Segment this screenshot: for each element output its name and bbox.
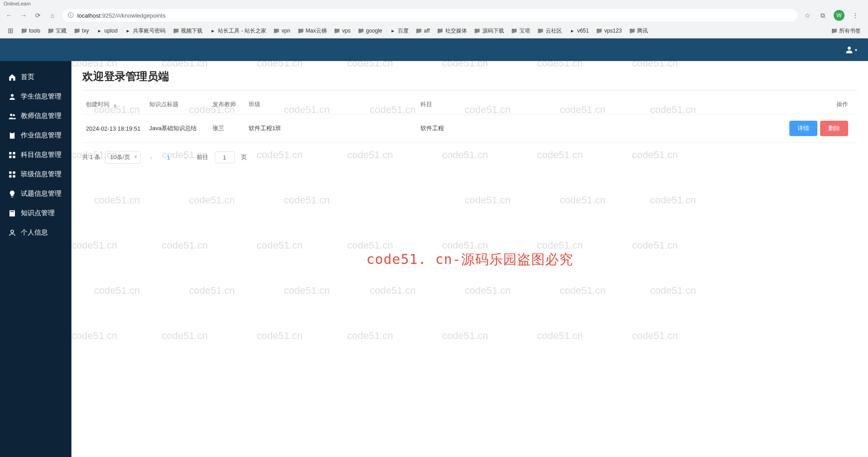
browser-tab-bar: OnlineLearn [0,0,868,7]
sidebar-item[interactable]: 试题信息管理 [0,184,71,203]
bookmark-item[interactable]: ▸uplod [94,26,120,36]
menu-icon[interactable]: ⋮ [851,11,860,20]
bookmark-item[interactable]: 宝藏 [45,25,69,37]
cell-created_at: 2024-02-13 18:19:51 [82,114,146,143]
sidebar-item-label: 首页 [21,73,34,81]
bookmark-item[interactable]: ▸百度 [387,25,411,37]
site-icon: ▸ [210,28,216,34]
reload-icon[interactable]: ⟳ [33,11,42,20]
url-host: localhost: [77,12,102,19]
bookmark-item[interactable]: google [355,26,385,36]
watermark-faint: code51.cn [162,330,208,342]
col-created-at[interactable]: 创建时间 ▲▼ [82,95,146,114]
svg-rect-4 [10,132,15,139]
next-page[interactable]: › [179,151,192,164]
bookmark-item[interactable]: tools [18,26,43,36]
watermark-faint: code51.cn [257,330,303,342]
delete-button[interactable]: 删除 [820,121,848,136]
profile-avatar[interactable]: W [834,10,844,21]
bookmark-item[interactable]: ▸共享账号密码 [122,25,168,37]
bookmark-item[interactable]: aff [413,26,433,36]
watermark-faint: code51.cn [632,61,678,69]
user-menu[interactable]: ▾ [844,43,857,56]
cell-actions: 详情删除 [776,114,857,143]
grid-icon [8,170,16,179]
bookmark-item[interactable]: vps123 [594,26,625,36]
col-subject: 科目 [417,95,776,114]
svg-point-3 [13,114,15,116]
site-icon: ▸ [125,28,131,34]
sidebar-item-label: 个人信息 [21,228,48,237]
bookmark-item[interactable]: 视频下载 [170,25,205,37]
svg-rect-10 [9,171,11,174]
back-icon[interactable]: ← [5,11,14,20]
pagination-total: 共 1 条 [82,153,100,161]
site-icon: ▸ [569,28,576,34]
table-row: 2024-02-13 18:19:51Java基础知识总结张三软件工程1班软件工… [82,114,857,143]
url-bar[interactable]: ⓘ localhost:9252/#/knowledgepoints [62,9,797,22]
sidebar-item[interactable]: 科目信息管理 [0,145,71,165]
prev-page[interactable]: ‹ [145,151,158,164]
bookmark-item[interactable]: Max云梯 [295,25,330,37]
sidebar-item[interactable]: 教师信息管理 [0,106,71,126]
watermark-faint: code51.cn [632,240,678,251]
svg-point-16 [11,230,14,233]
sidebar-item[interactable]: 班级信息管理 [0,165,71,184]
browser-chrome: OnlineLearn ← → ⟳ ⌂ ⓘ localhost:9252/#/k… [0,0,868,38]
home-icon[interactable]: ⌂ [48,11,57,20]
svg-rect-7 [13,152,15,154]
sidebar-item[interactable]: 个人信息 [0,223,71,242]
folder-icon [538,28,544,34]
folder-icon [21,28,27,34]
bookmark-item[interactable]: 社交媒体 [434,25,470,37]
bookmark-item[interactable]: ▸v651 [566,26,592,36]
watermark-faint: code51.cn [162,240,208,251]
bookmark-item[interactable]: ▸站长工具 - 站长之家 [207,25,269,37]
watermark-faint: code51.cn [560,194,606,206]
site-icon: ▸ [390,28,396,34]
page-number[interactable]: 1 [162,151,175,164]
forward-icon[interactable]: → [19,11,28,20]
watermark-faint: code51.cn [162,61,208,69]
bookmark-all[interactable]: 所有书签 [828,25,863,37]
watermark-faint: code51.cn [94,285,140,297]
cell-subject: 软件工程 [417,114,776,143]
bookmark-item[interactable]: txy [71,26,91,36]
page-size-select[interactable]: 10条/页 [105,151,140,164]
bookmark-item[interactable]: vpn [271,26,293,36]
svg-point-1 [11,94,14,97]
sidebar-item-label: 班级信息管理 [21,170,61,179]
watermark-faint: code51.cn [189,285,235,297]
cell-title: Java基础知识总结 [146,114,209,143]
bookmark-item[interactable]: vps [331,26,354,36]
folder-icon [416,28,422,34]
sidebar-item[interactable]: 首页 [0,67,71,87]
sidebar-item-label: 教师信息管理 [21,112,61,120]
sidebar-item[interactable]: 学生信息管理 [0,87,71,106]
bookmark-item[interactable]: 腾讯 [626,25,651,37]
url-path: 9252/#/knowledgepoints [102,12,165,19]
watermark-faint: code51.cn [347,61,393,69]
bookmark-item[interactable]: 云社区 [535,25,565,37]
home-icon [8,73,16,81]
svg-rect-9 [13,155,15,158]
bookmark-item[interactable]: 宝塔 [509,25,533,37]
extensions-icon[interactable]: ⧉ [818,11,827,20]
sidebar-item[interactable]: 作业信息管理 [0,126,71,145]
star-icon[interactable]: ☆ [803,11,812,20]
apps-icon[interactable] [5,26,16,36]
sidebar-item[interactable]: 知识点管理 [0,203,71,223]
browser-tab-title[interactable]: OnlineLearn [4,1,31,6]
watermark-faint: code51.cn [442,61,488,69]
bookmark-item[interactable]: 源码下载 [472,25,507,37]
folder-icon [47,28,54,34]
sidebar-item-label: 知识点管理 [21,209,55,217]
watermark-faint: code51.cn [537,330,583,342]
info-icon: ⓘ [68,11,74,19]
detail-button[interactable]: 详情 [789,121,817,136]
folder-icon [437,28,443,34]
goto-input[interactable] [215,151,235,163]
pagination: 共 1 条 10条/页 ‹ 1 › 前往 页 [82,151,857,164]
watermark-faint: code51.cn [71,330,118,342]
watermark-faint: code51.cn [284,194,330,206]
